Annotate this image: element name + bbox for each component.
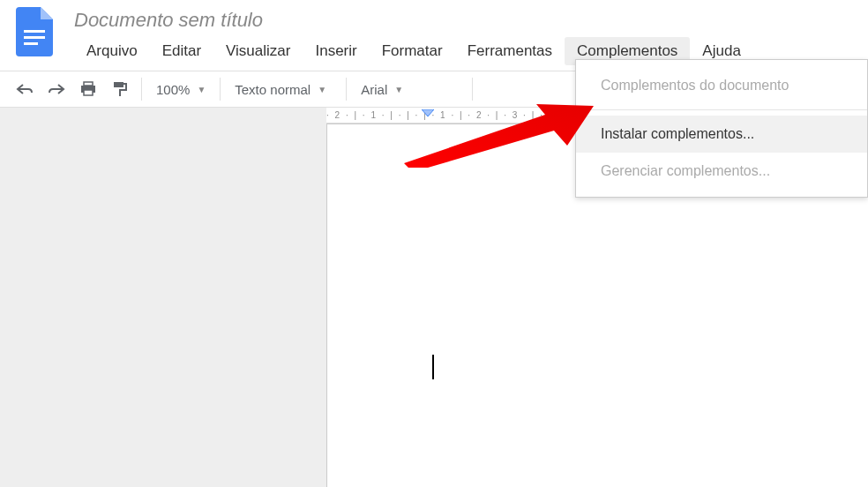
toolbar-separator bbox=[141, 78, 142, 101]
menu-inserir[interactable]: Inserir bbox=[303, 37, 369, 65]
menu-visualizar[interactable]: Visualizar bbox=[213, 37, 303, 65]
toolbar-separator bbox=[220, 78, 221, 101]
dropdown-separator bbox=[576, 109, 867, 110]
chevron-down-icon: ▼ bbox=[318, 85, 326, 94]
undo-button[interactable] bbox=[9, 77, 41, 101]
paint-format-button[interactable] bbox=[104, 75, 136, 103]
header-content: Documento sem título Arquivo Editar Visu… bbox=[74, 7, 868, 65]
app-header: Documento sem título Arquivo Editar Visu… bbox=[0, 0, 868, 65]
text-cursor bbox=[432, 355, 434, 379]
svg-rect-2 bbox=[24, 42, 38, 45]
dropdown-item-manage-addons[interactable]: Gerenciar complementos... bbox=[576, 153, 867, 190]
svg-rect-0 bbox=[24, 30, 45, 33]
font-select[interactable]: Arial ▼ bbox=[352, 77, 467, 102]
chevron-down-icon: ▼ bbox=[394, 85, 403, 94]
toolbar-separator bbox=[472, 78, 473, 101]
redo-button[interactable] bbox=[41, 77, 72, 101]
svg-rect-1 bbox=[24, 36, 45, 39]
document-title[interactable]: Documento sem título bbox=[74, 7, 868, 35]
ruler-marks: · 2 · | · 1 · | · | · | · 1 · | · 2 · | … bbox=[326, 110, 608, 120]
complementos-dropdown: Complementos do documento Instalar compl… bbox=[575, 59, 868, 198]
svg-rect-5 bbox=[84, 90, 93, 95]
font-value: Arial bbox=[361, 82, 387, 97]
menu-formatar[interactable]: Formatar bbox=[370, 37, 455, 65]
dropdown-item-document-addons[interactable]: Complementos do documento bbox=[576, 67, 867, 104]
toolbar-separator bbox=[346, 78, 347, 101]
style-value: Texto normal bbox=[235, 82, 311, 97]
menu-arquivo[interactable]: Arquivo bbox=[74, 37, 150, 65]
menu-editar[interactable]: Editar bbox=[150, 37, 213, 65]
menu-ferramentas[interactable]: Ferramentas bbox=[455, 37, 565, 65]
chevron-down-icon: ▼ bbox=[197, 85, 206, 94]
paragraph-style-select[interactable]: Texto normal ▼ bbox=[226, 77, 340, 102]
svg-rect-3 bbox=[84, 82, 93, 86]
zoom-select[interactable]: 100% ▼ bbox=[147, 77, 214, 102]
svg-rect-6 bbox=[114, 82, 123, 87]
indent-marker[interactable] bbox=[422, 108, 434, 118]
print-button[interactable] bbox=[72, 76, 104, 102]
google-docs-icon[interactable] bbox=[16, 7, 53, 56]
zoom-value: 100% bbox=[156, 82, 190, 97]
dropdown-item-install-addons[interactable]: Instalar complementos... bbox=[576, 116, 867, 153]
